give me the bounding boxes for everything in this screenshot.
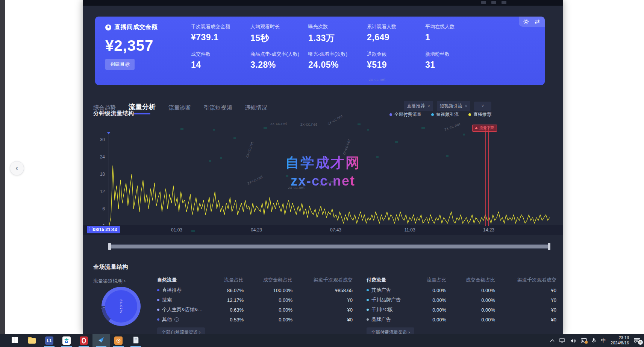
legend-dot [431, 113, 434, 116]
filter-chip[interactable]: 直播推荐× [404, 101, 433, 111]
kpi-metric-label: 新增粉丝数 [425, 51, 485, 58]
legend-label: 全部付费流量 [394, 111, 421, 118]
microphone-icon[interactable] [592, 338, 596, 343]
legend-dot [468, 113, 471, 116]
action-center-icon[interactable]: 3 [634, 338, 640, 343]
value-cell: 86.07% [203, 288, 244, 293]
clock-time: 23:13 [611, 335, 629, 341]
help-icon[interactable]: ? [174, 317, 179, 322]
legend-item-短视频引流[interactable]: 短视频引流 [431, 111, 459, 118]
kpi-metric-value: 24.05% [308, 60, 367, 70]
app-teal-t[interactable] [58, 334, 75, 347]
file-explorer[interactable] [23, 334, 41, 347]
value-cell: 0.53% [203, 317, 244, 323]
traffic-donut-chart: 86.07% [102, 287, 141, 326]
y-tick-label: 18 [90, 172, 105, 177]
kpi-metric-label: 曝光-观看率(次数) [308, 51, 367, 58]
volume-icon[interactable] [570, 338, 576, 343]
extension-icon[interactable] [481, 1, 486, 4]
filter-chip[interactable]: 短视频引流× [437, 101, 470, 111]
clock-date: 2024/8/16 [611, 341, 629, 346]
table-row[interactable]: 千川PC版0.00%0.00%¥0 [367, 305, 556, 315]
value-cell: ¥0 [495, 288, 556, 293]
create-goal-button[interactable]: 创建目标 [105, 59, 135, 70]
legend-item-全部付费流量[interactable]: 全部付费流量 [389, 111, 421, 118]
profile-icon[interactable] [491, 1, 496, 4]
taskbar-clock[interactable]: 23:13 2024/8/16 [611, 335, 629, 346]
channel-name-cell: 直播推荐 [157, 287, 203, 294]
app-orange-recorder[interactable] [110, 334, 127, 347]
kpi-metric: 成交件数14 [191, 51, 250, 78]
tab-引流短视频[interactable]: 引流短视频 [204, 104, 232, 114]
kpi-metric-value: ¥519 [367, 60, 425, 70]
card-tools [519, 17, 545, 27]
app-notepad[interactable] [127, 334, 144, 347]
swap-icon[interactable] [534, 19, 540, 24]
app-l1[interactable]: L1 [41, 334, 58, 347]
app-red-o[interactable] [75, 334, 92, 347]
folder-icon [28, 338, 36, 344]
x-axis-start-badge[interactable]: 08/15 21:43 [87, 226, 120, 233]
slider-right-handle[interactable] [548, 243, 550, 250]
ime-indicator[interactable]: 中 [601, 337, 606, 344]
legend-item-直播推荐[interactable]: 直播推荐 [468, 111, 491, 118]
carousel-back-button[interactable]: ‹ [10, 161, 24, 175]
value-cell: 0.00% [409, 288, 446, 293]
primary-metric: 直播间成交金额 ¥2,357 [105, 23, 158, 54]
snip-tool-icon[interactable] [581, 338, 587, 343]
kpi-metric-label: 平均在线人数 [425, 23, 485, 30]
paid-traffic-table: 付费流量流量占比成交金额占比渠道千次观看成交其他广告0.00%0.00%¥0千川… [367, 275, 556, 338]
section-divider [93, 260, 553, 260]
table-row[interactable]: 直播推荐86.07%100.00%¥858.65 [157, 285, 353, 295]
channel-explain-link[interactable]: 流量渠道说明 › [93, 278, 126, 285]
column-header: 成交金额占比 [244, 277, 292, 283]
kpi-metric-value: 15秒 [250, 32, 308, 44]
chip-label: 直播推荐 [407, 103, 425, 109]
table-row[interactable]: 品牌广告0.00%0.00%¥0 [367, 315, 556, 324]
traffic-drop-alert-badge[interactable]: 流量下降 [472, 125, 497, 132]
menu-icon[interactable] [502, 1, 506, 4]
small-watermark: zx-cc.net [270, 121, 287, 126]
red-o-app-icon [80, 336, 88, 345]
artifact-speck [463, 134, 465, 135]
chip-remove-icon[interactable]: × [465, 104, 467, 108]
window-topbar [83, 0, 563, 6]
table-row[interactable]: 千川品牌广告0.00%0.00%¥0 [367, 295, 556, 305]
chart-range-slider[interactable] [109, 244, 550, 249]
tray-expand-chevron-icon[interactable] [550, 339, 555, 342]
artifact-speck [220, 157, 222, 159]
channel-name: 直播推荐 [162, 287, 182, 294]
windows-taskbar: L1 中 23:13 2024/8/16 3 [0, 334, 644, 347]
gear-icon[interactable] [523, 19, 529, 24]
natural-traffic-table: 自然流量流量占比成交金额占比渠道千次观看成交直播推荐86.07%100.00%¥… [157, 275, 353, 338]
value-cell: ¥0 [495, 317, 556, 323]
value-cell: 0.00% [446, 297, 495, 303]
tray-badge-dot [585, 341, 588, 344]
channel-name-cell: 千川PC版 [367, 306, 409, 313]
network-icon[interactable] [559, 338, 565, 343]
table-row[interactable]: 个人主页&店铺&…0.63%0.00%¥0 [157, 305, 353, 315]
table-row[interactable]: 其他?0.53%0.00%¥0 [157, 315, 353, 324]
start-button[interactable] [6, 334, 23, 347]
tab-违规情况[interactable]: 违规情况 [245, 104, 267, 114]
chip-remove-icon[interactable]: × [427, 104, 430, 108]
kpi-metric-label: 累计观看人数 [367, 23, 425, 30]
app-blue-pointer[interactable] [92, 334, 110, 347]
channel-dot [157, 289, 159, 291]
kpi-metric-value: 1 [425, 32, 485, 43]
tab-流量诊断[interactable]: 流量诊断 [168, 104, 191, 114]
slider-left-handle[interactable] [108, 243, 111, 250]
y-tick-label: 24 [90, 154, 105, 160]
table-row[interactable]: 搜索12.17%0.00%¥0 [157, 295, 353, 305]
app-window: 直播间成交金额 ¥2,357 创建目标 千次观看成交金额¥739.1人均观看时长… [83, 0, 563, 334]
x-tick-label: 07:43 [330, 227, 341, 233]
column-header: 渠道千次观看成交 [495, 277, 556, 283]
value-cell: 0.00% [244, 317, 292, 323]
column-header: 自然流量 [157, 277, 203, 283]
artifact-speck [213, 129, 215, 131]
channel-name-cell: 个人主页&店铺&… [157, 306, 203, 313]
table-row[interactable]: 其他广告0.00%0.00%¥0 [367, 285, 556, 295]
value-cell: 0.00% [409, 317, 446, 323]
filter-dropdown[interactable]: ˅ [474, 102, 491, 111]
column-header: 成交金额占比 [446, 277, 495, 283]
